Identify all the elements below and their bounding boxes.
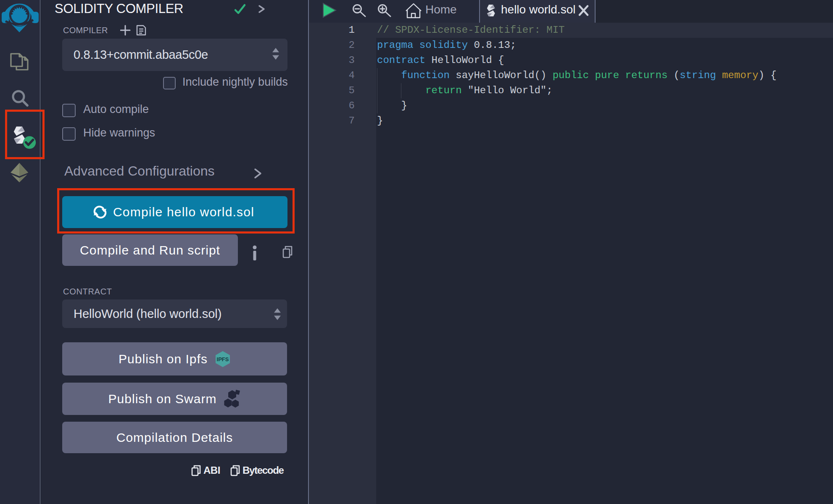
svg-text:IPFS: IPFS xyxy=(216,356,229,362)
